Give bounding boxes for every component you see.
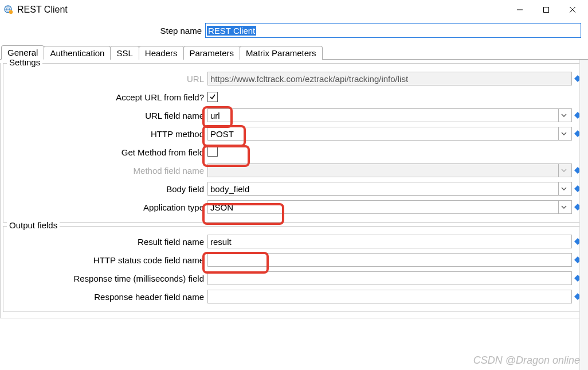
group-output-fields: Output fields Result field name HTTP sta… — [3, 226, 585, 312]
get-method-from-field-label: Get Method from field — [3, 147, 207, 157]
tab-matrix-params[interactable]: Matrix Parameters — [240, 46, 323, 60]
http-status-code-field-input[interactable] — [207, 253, 572, 267]
body-field-select[interactable]: body_field — [207, 182, 572, 196]
result-field-name-label: Result field name — [3, 237, 207, 247]
chevron-down-icon — [558, 201, 569, 213]
window-titlebar: REST Client — [0, 0, 588, 20]
step-name-value: REST Client — [207, 26, 256, 36]
url-input — [207, 72, 572, 85]
application-type-label: Application type — [3, 202, 207, 212]
group-settings: Settings URL Accept URL from field? URL … — [3, 63, 585, 223]
url-label: URL — [3, 74, 207, 84]
chevron-down-icon — [558, 164, 569, 177]
window-maximize-button[interactable] — [533, 1, 559, 18]
get-method-from-field-checkbox[interactable] — [207, 146, 218, 157]
tab-bar: General Authentication SSL Headers Param… — [0, 45, 588, 60]
window-close-button[interactable] — [559, 1, 586, 18]
watermark: CSDN @Dragon online — [473, 355, 580, 367]
tab-general[interactable]: General — [1, 45, 44, 60]
group-output-legend: Output fields — [7, 220, 60, 230]
response-time-field-label: Response time (milliseconds) field — [3, 274, 207, 283]
url-field-name-label: URL field name — [3, 111, 207, 120]
method-field-name-label: Method field name — [3, 166, 207, 176]
body-field-label: Body field — [3, 184, 207, 194]
chevron-down-icon — [558, 127, 569, 140]
accept-url-checkbox[interactable] — [207, 92, 218, 102]
response-time-field-input[interactable] — [207, 271, 572, 285]
url-field-name-select[interactable]: url — [207, 108, 572, 122]
tab-panel-general: Settings URL Accept URL from field? URL … — [0, 63, 588, 318]
http-method-select[interactable]: POST — [207, 127, 572, 141]
svg-point-1 — [9, 10, 13, 14]
chevron-down-icon — [558, 109, 569, 122]
svg-rect-3 — [544, 7, 549, 13]
accept-url-label: Accept URL from field? — [3, 92, 207, 102]
step-name-input[interactable]: REST Client — [205, 23, 581, 38]
window-minimize-button[interactable] — [507, 1, 533, 18]
http-status-code-field-label: HTTP status code field name — [3, 255, 207, 265]
response-header-field-input[interactable] — [207, 290, 572, 303]
step-name-row: Step name REST Client — [0, 20, 588, 44]
app-icon — [3, 5, 14, 15]
tab-parameters[interactable]: Parameters — [183, 46, 241, 60]
http-method-label: HTTP method — [3, 129, 207, 139]
tab-authentication[interactable]: Authentication — [44, 46, 111, 60]
tab-headers[interactable]: Headers — [139, 46, 184, 60]
step-name-label: Step name — [7, 26, 205, 36]
chevron-down-icon — [558, 182, 569, 195]
response-header-field-label: Response header field name — [3, 292, 207, 302]
vertical-scrollbar[interactable] — [579, 60, 588, 370]
application-type-select[interactable]: JSON — [207, 200, 572, 214]
result-field-name-input[interactable] — [207, 235, 572, 248]
method-field-name-select — [207, 163, 572, 177]
tab-ssl[interactable]: SSL — [110, 46, 139, 60]
window-title: REST Client — [17, 5, 68, 15]
